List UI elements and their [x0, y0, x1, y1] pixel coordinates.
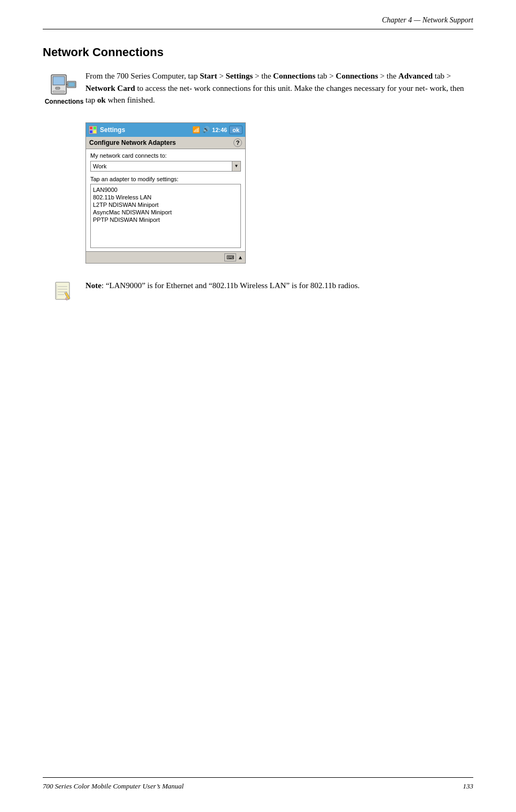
svg-rect-7: [90, 127, 92, 129]
list-item[interactable]: 802.11b Wireless LAN: [93, 194, 238, 201]
connections-icon-label: Connections: [45, 98, 84, 105]
config-title: Configure Network Adapters: [89, 139, 176, 146]
titlebar-right: 📶 🔊 12:46 ok: [192, 126, 243, 134]
windows-icon: [89, 126, 97, 134]
svg-rect-1: [53, 76, 65, 85]
note-block: Note: “LAN9000” is for Ethernet and “802…: [43, 280, 473, 303]
adapter-label: Tap an adapter to modify settings:: [90, 176, 241, 182]
dropdown-label: My network card connects to:: [90, 152, 241, 159]
screenshot: Settings 📶 🔊 12:46 ok Configure Network …: [85, 122, 246, 264]
list-item[interactable]: LAN9000: [93, 186, 238, 194]
page-container: Chapter 4 — Network Support Network Conn…: [0, 0, 516, 812]
section-title: Network Connections: [43, 45, 473, 59]
config-bar: Configure Network Adapters ?: [86, 137, 245, 149]
page-header: Chapter 4 — Network Support: [43, 16, 473, 29]
dropdown-value: Work: [91, 163, 232, 169]
note-icon-area: [43, 280, 85, 303]
svg-rect-2: [56, 87, 60, 89]
intro-text: From the 700 Series Computer, tap Start …: [85, 70, 473, 106]
note-label: Note: [85, 281, 101, 290]
intro-block: Connections From the 700 Series Computer…: [43, 70, 473, 106]
note-text: Note: “LAN9000” is for Ethernet and “802…: [85, 280, 473, 292]
screen-content: My network card connects to: Work ▼ Tap …: [86, 149, 245, 251]
svg-rect-8: [93, 127, 96, 129]
note-pencil-icon: [53, 281, 75, 303]
taskbar: ⌨ ▲: [86, 251, 245, 263]
keyboard-icon[interactable]: ⌨: [224, 253, 236, 261]
ok-button[interactable]: ok: [229, 126, 243, 134]
list-item[interactable]: PPTP NDISWAN Miniport: [93, 216, 238, 223]
taskbar-icons: ⌨ ▲: [224, 253, 243, 261]
svg-rect-10: [93, 130, 96, 133]
dropdown-field[interactable]: Work ▼: [90, 161, 241, 172]
titlebar-time: 12:46: [212, 127, 227, 133]
help-icon[interactable]: ?: [233, 138, 242, 147]
svg-rect-3: [53, 91, 65, 92]
header-text: Chapter 4 — Network Support: [382, 16, 473, 24]
page-footer: 700 Series Color Mobile Computer User’s …: [43, 777, 473, 791]
footer-left: 700 Series Color Mobile Computer User’s …: [43, 782, 184, 791]
screenshot-container: Settings 📶 🔊 12:46 ok Configure Network …: [85, 122, 246, 264]
speaker-icon: 🔊: [202, 126, 210, 133]
list-item[interactable]: L2TP NDISWAN Miniport: [93, 201, 238, 208]
titlebar-left: Settings: [89, 126, 125, 134]
icon-area: Connections: [43, 70, 85, 105]
footer-right: 133: [463, 782, 474, 791]
titlebar: Settings 📶 🔊 12:46 ok: [86, 123, 245, 137]
titlebar-title: Settings: [100, 126, 125, 134]
dropdown-arrow-icon[interactable]: ▼: [232, 161, 240, 171]
note-content: : “LAN9000” is for Ethernet and “802.11b…: [101, 281, 359, 290]
signal-icon: 📶: [192, 126, 200, 134]
adapter-list: LAN9000802.11b Wireless LANL2TP NDISWAN …: [90, 184, 241, 248]
taskbar-arrow: ▲: [238, 254, 243, 260]
svg-rect-9: [90, 130, 92, 133]
svg-rect-5: [68, 82, 75, 87]
connections-icon: [50, 73, 78, 95]
list-item[interactable]: AsyncMac NDISWAN Miniport: [93, 208, 238, 216]
